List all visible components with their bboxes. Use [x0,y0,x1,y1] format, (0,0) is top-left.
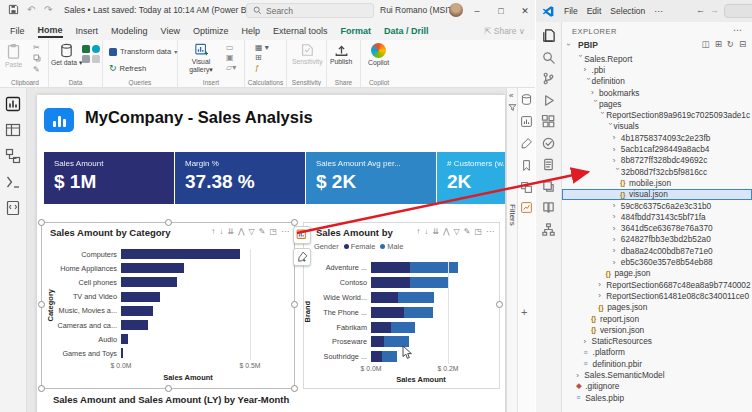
sql-source-icon[interactable] [82,55,90,63]
get-data-button[interactable]: Get data ▾ [51,43,82,67]
menu-item-view[interactable]: View [161,26,180,36]
kpi-card-1[interactable]: Margin %37.38 % [175,152,305,204]
expand-pane-icon[interactable]: « [509,91,513,100]
focus-mode-icon[interactable]: ◳ [474,228,482,236]
on-object-add-visual-button[interactable] [293,226,311,244]
bar[interactable] [121,263,184,273]
filter-icon[interactable]: ▽ [454,228,460,236]
tree-folder[interactable]: ›4b18758374093c2e23fb [562,132,752,143]
edit-icon[interactable]: ✎ [464,228,471,236]
tree-folder[interactable]: ›59c8c6375c6a2e3c31b0 [562,200,752,211]
tree-file[interactable]: {}page.json [562,268,752,279]
onelake-source-icon[interactable] [92,45,100,53]
selection-handle[interactable] [165,385,172,392]
source-control-icon[interactable] [541,71,557,87]
notebook-icon[interactable] [541,157,557,173]
more-options-icon[interactable]: ⋯ [281,228,289,236]
selection-handle[interactable] [291,301,298,308]
tree-folder[interactable]: ›definition [562,76,752,87]
selection-handle[interactable] [291,385,298,392]
bar-segment-female[interactable] [371,262,410,273]
run-debug-icon[interactable] [541,93,557,109]
shapes-icon[interactable]: ▱▾ [226,64,236,72]
bookmarks-pane-icon[interactable] [520,158,534,172]
close-button[interactable]: ✕ [514,0,536,22]
tree-folder[interactable]: ›624827fbb3e3bd2b52a0 [562,234,752,245]
edit-icon[interactable]: ✎ [259,228,266,236]
user-account-label[interactable]: Rui Romano (MSIT) [380,5,456,15]
tree-folder[interactable]: ›dba8a24c00bdb87e71e0 [562,245,752,256]
publish-button[interactable]: Publish [330,43,352,66]
undo-icon[interactable]: ↶ [27,4,35,15]
selection-handle[interactable] [38,301,45,308]
menu-item-help[interactable]: Help [241,26,260,36]
bar[interactable] [121,306,153,316]
tree-file[interactable]: {}pages.json [562,302,752,313]
tmdl-view-icon[interactable] [5,200,22,217]
tree-folder[interactable]: ›ReportSection61481e08c8c340011ce0 [562,290,752,301]
tree-folder[interactable]: ›3641d5ce63678e76a370 [562,223,752,234]
bar-segment-female[interactable] [371,307,404,318]
selection-handle[interactable] [496,301,503,308]
tree-folder[interactable]: ›32b08d7f32cb5f9816cc [562,166,752,177]
drill-up-icon[interactable]: ↑ [211,228,215,236]
build-visual-pane-icon[interactable] [520,114,534,128]
bar-segment-female[interactable] [371,292,398,303]
bar[interactable] [121,334,128,344]
focus-mode-icon[interactable]: ◳ [269,228,277,236]
selection-pane-icon[interactable] [520,180,534,194]
dax-query-view-icon[interactable] [5,174,22,191]
format-painter-icon[interactable]: ✎ [33,66,41,74]
bar-segment-male[interactable] [398,292,435,303]
bar-segment-male[interactable] [404,307,433,318]
menu-item-external-tools[interactable]: External tools [273,26,328,36]
expand-next-level-icon[interactable]: ⇊ [227,228,234,236]
menu-item-modeling[interactable]: Modeling [111,26,148,36]
copy-icon[interactable] [33,54,41,64]
tree-folder[interactable]: ›pages [562,98,752,109]
org-chart-icon[interactable] [541,222,557,238]
tree-folder[interactable]: ›5acb1caf298449a8acb4 [562,143,752,154]
tree-file[interactable]: {}version.json [562,324,752,335]
kpi-card-2[interactable]: Sales Amount Avg per...$ 2K [306,152,436,204]
tree-folder[interactable]: ›visuals [562,121,752,132]
tree-file[interactable]: {}mobile.json [562,177,752,188]
tree-file[interactable]: ≡Sales.pbip [562,392,752,403]
text-box-icon[interactable]: ▭ [226,44,236,52]
book-icon[interactable] [541,200,557,216]
paste-button[interactable]: Paste [5,43,22,69]
tree-file[interactable]: {}report.json [562,313,752,324]
bar-segment-female[interactable] [371,277,410,288]
minimize-button[interactable]: – [466,0,488,22]
menu-item-home[interactable]: Home [38,25,63,38]
bar[interactable] [121,348,123,358]
bar-segment-male[interactable] [410,277,448,288]
search-input[interactable]: Search [246,3,374,18]
report-view-icon[interactable] [5,96,22,113]
bar-segment-male[interactable] [382,351,397,362]
tree-folder[interactable]: ›ReportSection6687c48ea8a9b7740002 [562,279,752,290]
kpi-card-3[interactable]: # Customers (w...2K [437,152,505,204]
more-options-icon[interactable]: ⋯ [486,228,494,236]
tree-file[interactable]: ◆.gitignore [562,381,752,392]
maximize-button[interactable]: □ [490,0,512,22]
tree-folder[interactable]: ›ReportSection89a9619c7025093ade1c [562,110,752,121]
drill-down-icon[interactable]: ↓ [424,228,428,236]
explorer-icon[interactable] [541,28,557,44]
kpi-card-0[interactable]: Sales Amount$ 1M [44,152,174,204]
drill-up-icon[interactable]: ↑ [416,228,420,236]
cut-icon[interactable]: ✂ [33,44,41,52]
selection-handle[interactable] [291,219,298,226]
tree-folder[interactable]: ›484fbdd73143c5bf71fa [562,211,752,222]
format-pane-icon[interactable] [520,136,534,150]
selection-handle[interactable] [38,219,45,226]
visual-bar-brand-gender[interactable]: Sales Amount by ↑↓⇊⋀▽✎◳⋯ GenderFemaleMal… [303,222,500,389]
tree-folder[interactable]: ›Sales.SemanticModel [562,369,752,380]
refresh-button[interactable]: ↻ Refresh [109,63,146,73]
performance-pane-icon[interactable] [520,200,534,214]
tree-folder[interactable]: ›.pbi [562,64,752,75]
tree-folder[interactable]: ›eb5c360e357e8b54eb88 [562,256,752,267]
expand-next-level-icon[interactable]: ⇊ [432,228,439,236]
menu-item-optimize[interactable]: Optimize [193,26,229,36]
bar-segment-male[interactable] [391,322,415,333]
